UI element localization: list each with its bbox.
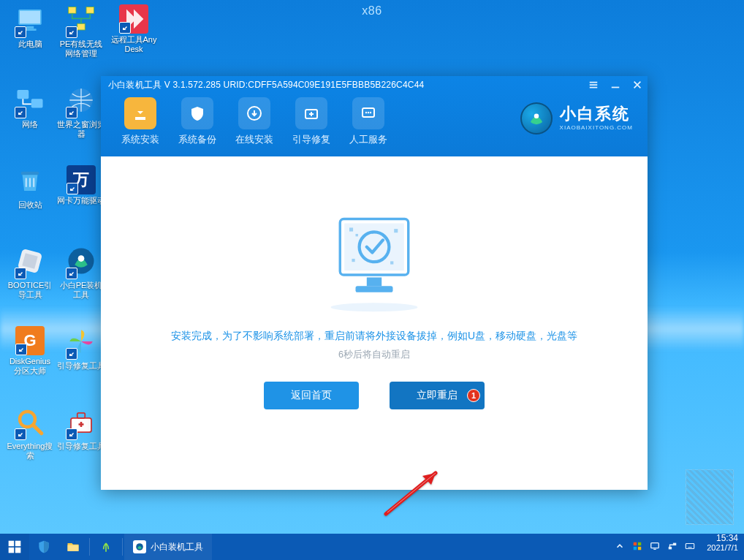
window-body: 安装完成，为了不影响系统部署，重启前请将外接设备拔掉，例如U盘，移动硬盘，光盘等… bbox=[101, 156, 648, 490]
desktop-icon-recycle[interactable]: 回收站 bbox=[6, 165, 54, 210]
network-icon bbox=[15, 85, 45, 118]
svg-rect-45 bbox=[9, 548, 15, 553]
task-app-icon bbox=[133, 540, 146, 553]
window-title: 小白装机工具 V 3.1.572.285 URID:CDFF5A594C09E1… bbox=[101, 76, 648, 91]
icon-label: 回收站 bbox=[18, 200, 42, 210]
success-illustration-icon bbox=[312, 208, 436, 314]
menu-button[interactable] bbox=[588, 79, 599, 91]
pinwheel-icon bbox=[66, 326, 96, 360]
desktop-icon-anydesk[interactable]: 远程工具AnyDesk bbox=[110, 4, 158, 54]
icon-label: 引导修复工具 bbox=[57, 442, 105, 451]
cloud-download-icon bbox=[238, 97, 270, 129]
xiaobai-icon bbox=[66, 246, 96, 279]
icon-label: Everything搜索 bbox=[6, 442, 54, 461]
anydesk-icon bbox=[119, 4, 148, 34]
desktop-icon-world-browser[interactable]: 世界之窗浏览器 bbox=[57, 85, 105, 139]
brand: 小白系统 XIAOBAIXITONG.COM bbox=[520, 102, 633, 135]
brand-url: XIAOBAIXITONG.COM bbox=[560, 124, 633, 131]
svg-rect-24 bbox=[77, 413, 86, 418]
annotation-arrow-icon bbox=[379, 460, 452, 521]
svg-rect-39 bbox=[356, 234, 358, 236]
svg-rect-15 bbox=[31, 99, 43, 107]
icon-label: BOOTICE引导工具 bbox=[6, 281, 54, 300]
globe-icon bbox=[66, 85, 96, 118]
monitor-icon bbox=[15, 4, 45, 38]
svg-rect-47 bbox=[68, 545, 79, 551]
icon-label: 小白PE装机工具 bbox=[57, 281, 105, 300]
desktop-icon-diskgenius[interactable]: G DiskGenius分区大师 bbox=[6, 326, 54, 376]
recycle-bin-icon bbox=[15, 165, 45, 199]
clock-time: 15:34 bbox=[707, 534, 738, 543]
wan-icon: 万 bbox=[67, 165, 96, 194]
clock-date: 2021/7/1 bbox=[707, 543, 738, 553]
annotation-badge: 1 bbox=[467, 389, 480, 402]
icon-label: DiskGenius分区大师 bbox=[6, 357, 54, 376]
tab-label: 人工服务 bbox=[349, 134, 387, 146]
desktop-icon-boot-repair[interactable]: 引导修复工具 bbox=[57, 326, 105, 371]
svg-rect-43 bbox=[9, 541, 15, 547]
tab-service[interactable]: 人工服务 bbox=[349, 97, 387, 146]
svg-point-29 bbox=[368, 112, 369, 113]
task-label: 小白装机工具 bbox=[151, 541, 203, 553]
icon-label: 网卡万能驱动 bbox=[57, 196, 105, 205]
taskbar-wifi-icon[interactable] bbox=[91, 534, 121, 560]
restart-button[interactable]: 立即重启 1 bbox=[390, 382, 485, 409]
tab-online[interactable]: 在线安装 bbox=[235, 97, 273, 146]
icon-label: 网络 bbox=[22, 120, 38, 129]
tray-chevron-icon[interactable] bbox=[615, 541, 625, 553]
svg-rect-14 bbox=[18, 90, 29, 99]
svg-rect-51 bbox=[634, 546, 637, 549]
window-header: 小白装机工具 V 3.1.572.285 URID:CDFF5A594C09E1… bbox=[101, 76, 648, 156]
icon-label: 此电脑 bbox=[18, 39, 42, 49]
taskbar-shield-icon[interactable] bbox=[29, 534, 58, 560]
desktop-icon-network[interactable]: 网络 bbox=[6, 85, 54, 129]
svg-rect-56 bbox=[686, 543, 694, 548]
taskbar: 小白装机工具 15:34 2021/7/1 bbox=[0, 534, 744, 560]
system-tray bbox=[609, 534, 701, 560]
desktop-icon-pe-net[interactable]: PE有线无线网络管理 bbox=[57, 4, 105, 58]
svg-rect-17 bbox=[21, 172, 39, 175]
diskgenius-icon: G bbox=[15, 326, 45, 355]
desktop-icon-wan-driver[interactable]: 万 网卡万能驱动 bbox=[57, 165, 105, 205]
close-button[interactable] bbox=[631, 79, 643, 91]
minimize-button[interactable] bbox=[610, 79, 621, 91]
svg-point-32 bbox=[331, 303, 418, 311]
desktop-icon-everything[interactable]: Everything搜索 bbox=[6, 406, 54, 461]
svg-rect-12 bbox=[86, 7, 94, 14]
tab-label: 系统安装 bbox=[121, 134, 159, 146]
tray-flag-icon[interactable] bbox=[632, 541, 642, 553]
taskbar-task-xiaobai[interactable]: 小白装机工具 bbox=[124, 534, 212, 560]
brand-name: 小白系统 bbox=[560, 106, 633, 122]
tab-backup[interactable]: 系统备份 bbox=[178, 97, 216, 146]
tab-install[interactable]: 系统安装 bbox=[121, 97, 159, 146]
tab-bootfix[interactable]: 引导修复 bbox=[292, 97, 330, 146]
svg-rect-53 bbox=[651, 542, 659, 548]
svg-rect-8 bbox=[20, 11, 40, 24]
firstaid-icon bbox=[295, 97, 327, 129]
desktop-icon-this-pc[interactable]: 此电脑 bbox=[6, 4, 54, 49]
desktop-icon-xiaobai-pe[interactable]: 小白PE装机工具 bbox=[57, 246, 105, 300]
taskbar-clock[interactable]: 15:34 2021/7/1 bbox=[701, 534, 744, 560]
svg-rect-35 bbox=[367, 277, 382, 286]
svg-point-30 bbox=[370, 112, 371, 113]
icon-label: 远程工具AnyDesk bbox=[110, 35, 158, 54]
taskbar-explorer-icon[interactable] bbox=[58, 534, 88, 560]
svg-rect-46 bbox=[15, 548, 21, 553]
desktop-icon-boot-repair2[interactable]: 引导修复工具 bbox=[57, 406, 105, 451]
svg-rect-40 bbox=[394, 229, 398, 232]
start-button[interactable] bbox=[0, 534, 29, 560]
search-icon bbox=[15, 406, 45, 440]
svg-rect-50 bbox=[638, 542, 641, 545]
network-topology-icon bbox=[66, 4, 96, 38]
tray-keyboard-icon[interactable] bbox=[685, 541, 695, 553]
download-icon bbox=[124, 97, 156, 129]
arch-label: x86 bbox=[362, 4, 382, 18]
icon-label: PE有线无线网络管理 bbox=[57, 39, 105, 58]
svg-rect-9 bbox=[26, 26, 34, 29]
chat-icon bbox=[352, 97, 384, 129]
tray-monitor-icon[interactable] bbox=[650, 541, 660, 553]
desktop-icon-bootice[interactable]: BOOTICE引导工具 bbox=[6, 246, 54, 300]
tray-network-icon[interactable] bbox=[667, 541, 677, 553]
back-button[interactable]: 返回首页 bbox=[264, 382, 359, 409]
svg-rect-38 bbox=[349, 227, 353, 231]
